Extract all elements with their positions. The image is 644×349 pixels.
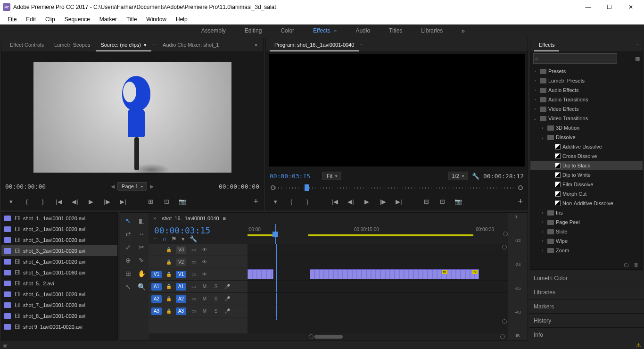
project-item[interactable]: 🎞shot_3._2avi0001-0020.avi bbox=[1, 245, 117, 256]
maximize-button[interactable]: ☐ bbox=[599, 0, 620, 14]
step-forward-icon[interactable]: |▶ bbox=[102, 197, 112, 206]
effects-tree-item[interactable]: ›3D Motion bbox=[530, 123, 643, 133]
lock-track-icon[interactable]: 🔒 bbox=[165, 271, 173, 278]
effects-tree-item[interactable]: ⌄Video Transitions bbox=[530, 114, 643, 123]
program-viewport[interactable] bbox=[269, 54, 525, 166]
expand-icon[interactable]: › bbox=[540, 248, 545, 253]
workspace-titles[interactable]: Titles bbox=[380, 25, 412, 37]
expand-icon[interactable]: › bbox=[540, 220, 545, 224]
tab-source[interactable]: Source: (no clips) ▾ bbox=[96, 38, 151, 51]
menu-title[interactable]: Title bbox=[122, 16, 141, 23]
track-target[interactable]: V1 bbox=[176, 271, 186, 278]
track-select-tool-icon[interactable]: ◧ bbox=[136, 216, 147, 226]
effects-tree-item[interactable]: ›Presets bbox=[530, 66, 643, 76]
project-item[interactable]: 🎞shot_5._2.avi bbox=[1, 278, 117, 289]
program-zoom-dropdown[interactable]: Fit▾ bbox=[322, 172, 341, 180]
project-bin-list[interactable]: 🎞shot_1._1avi0001-0020.avi🎞shot_2._1avi0… bbox=[1, 213, 117, 340]
settings-icon[interactable]: 🔧 bbox=[471, 171, 480, 181]
mute-button[interactable]: M bbox=[200, 283, 209, 291]
mark-out-icon[interactable]: } bbox=[38, 197, 48, 206]
new-custom-bin-icon[interactable]: 🗀 bbox=[624, 262, 629, 267]
button-editor-icon[interactable]: + bbox=[253, 197, 258, 207]
hand-tool-icon[interactable]: ✋ bbox=[136, 268, 147, 279]
step-back-icon[interactable]: ◀| bbox=[346, 197, 355, 206]
close-button[interactable]: ✕ bbox=[620, 0, 641, 14]
sync-lock-icon[interactable]: ▭ bbox=[189, 295, 198, 303]
effects-search-input[interactable] bbox=[533, 53, 617, 64]
timeline-ruler[interactable]: :00:00 00:00:15:00 00:00:30 bbox=[248, 224, 501, 244]
toggle-track-output-icon[interactable]: 👁 bbox=[200, 258, 209, 266]
track-scroll-top[interactable] bbox=[502, 245, 507, 249]
tab-markers[interactable]: Markers bbox=[529, 299, 644, 313]
solo-button[interactable]: S bbox=[212, 283, 220, 291]
lock-track-icon[interactable]: 🔒 bbox=[165, 258, 173, 266]
tab-program[interactable]: Program: shot_16._1avi0001-0040 bbox=[270, 38, 359, 51]
timeline-marker-icon[interactable]: ▾ bbox=[182, 235, 185, 242]
effects-tree-item[interactable]: ›Audio Effects bbox=[530, 85, 643, 95]
insert-icon[interactable]: ⊞ bbox=[146, 197, 155, 206]
audio-track-header[interactable]: A2🔒A2▭MS🎤 bbox=[149, 293, 248, 305]
menu-sequence[interactable]: Sequence bbox=[60, 16, 95, 23]
source-patch[interactable]: A3 bbox=[151, 307, 162, 315]
pen-tool-icon[interactable]: ⊞ bbox=[123, 268, 133, 279]
workspace-audio[interactable]: Audio bbox=[346, 25, 380, 37]
tab-libraries[interactable]: Libraries bbox=[529, 285, 644, 299]
expand-icon[interactable]: › bbox=[540, 210, 545, 215]
tab-audio-clip-mixer[interactable]: Audio Clip Mixer: shot_1 bbox=[158, 38, 223, 51]
effects-tree-item[interactable]: Cross Dissolve bbox=[530, 151, 643, 161]
delete-icon[interactable]: 🗑 bbox=[634, 262, 639, 267]
sync-lock-icon[interactable]: ▭ bbox=[189, 271, 198, 278]
voice-over-icon[interactable]: 🎤 bbox=[223, 295, 231, 303]
razor-tool-icon[interactable]: ✂ bbox=[136, 242, 147, 252]
sync-lock-icon[interactable]: ▭ bbox=[189, 258, 198, 266]
project-item[interactable]: 🎞shot_3._1avi0001-0020.avi bbox=[1, 234, 117, 245]
tab-history[interactable]: History bbox=[529, 313, 644, 327]
fx-badge[interactable]: fx bbox=[472, 270, 478, 274]
program-duration-timecode[interactable]: 00:00:28:12 bbox=[483, 173, 524, 180]
source-viewport[interactable] bbox=[4, 54, 260, 180]
menu-clip[interactable]: Clip bbox=[41, 16, 60, 23]
play-icon[interactable]: ▶ bbox=[86, 197, 96, 206]
project-item[interactable]: 🎞shot_2._1avi0001-0020.avi bbox=[1, 224, 117, 234]
effects-tree[interactable]: ›Presets›Lumetri Presets›Audio Effects›A… bbox=[530, 66, 643, 260]
track-target[interactable]: A1 bbox=[176, 283, 186, 291]
minimize-button[interactable]: — bbox=[578, 0, 599, 14]
sequence-name[interactable]: shot_16._1avi0001-0040 bbox=[162, 216, 219, 221]
video-track-header[interactable]: 🔒V2▭👁 bbox=[149, 256, 248, 268]
mute-button[interactable]: M bbox=[200, 295, 209, 303]
fx-badge[interactable]: fx bbox=[442, 270, 447, 274]
effects-tree-item[interactable]: Dip to White bbox=[530, 170, 643, 180]
project-item[interactable]: 🎞shot_1._1avi0001-0020.avi bbox=[1, 213, 117, 224]
rate-stretch-tool-icon[interactable]: ⤢ bbox=[123, 242, 133, 252]
effects-tree-item[interactable]: ›Slide bbox=[530, 227, 643, 236]
expand-icon[interactable]: › bbox=[540, 125, 545, 130]
workspace-assembly[interactable]: Assembly bbox=[192, 25, 235, 37]
type-tool-icon[interactable]: 🔍 bbox=[136, 282, 147, 292]
panel-menu-icon[interactable] bbox=[223, 216, 228, 221]
expand-icon[interactable]: › bbox=[532, 97, 538, 102]
mark-in-icon[interactable]: { bbox=[22, 197, 32, 206]
toggle-track-output-icon[interactable]: 👁 bbox=[200, 271, 209, 278]
source-patch[interactable]: A1 bbox=[151, 283, 162, 291]
expand-icon[interactable]: › bbox=[540, 239, 545, 243]
sync-lock-icon[interactable]: ▭ bbox=[189, 246, 198, 254]
workspace-libraries[interactable]: Libraries bbox=[412, 25, 452, 37]
work-area-end[interactable] bbox=[503, 232, 508, 236]
source-duration-timecode[interactable]: 00:00:00:00 bbox=[219, 183, 259, 190]
track-target[interactable]: V3 bbox=[176, 246, 186, 254]
effects-tree-item[interactable]: Film Dissolve bbox=[530, 180, 643, 189]
button-editor-icon[interactable]: + bbox=[518, 197, 523, 207]
sync-lock-icon[interactable]: ▭ bbox=[189, 307, 198, 315]
slide-tool-icon[interactable]: ✎ bbox=[136, 255, 147, 266]
step-back-icon[interactable]: ◀| bbox=[70, 197, 80, 206]
add-marker-icon[interactable]: ▾ bbox=[271, 197, 280, 206]
solo-button[interactable]: S bbox=[212, 295, 220, 303]
panel-menu-icon[interactable] bbox=[360, 42, 364, 48]
source-patch[interactable]: A2 bbox=[151, 295, 162, 303]
expand-icon[interactable]: › bbox=[532, 107, 538, 111]
snap-icon[interactable]: ⊢ bbox=[152, 235, 157, 242]
project-item[interactable]: 🎞shot_4._1avi0001-0020.avi bbox=[1, 256, 117, 267]
linked-selection-icon[interactable]: ∩ bbox=[162, 235, 166, 242]
expand-icon[interactable]: › bbox=[532, 88, 538, 92]
project-item[interactable]: 🎞shot_8._1avi0001-0020.avi bbox=[1, 310, 117, 321]
